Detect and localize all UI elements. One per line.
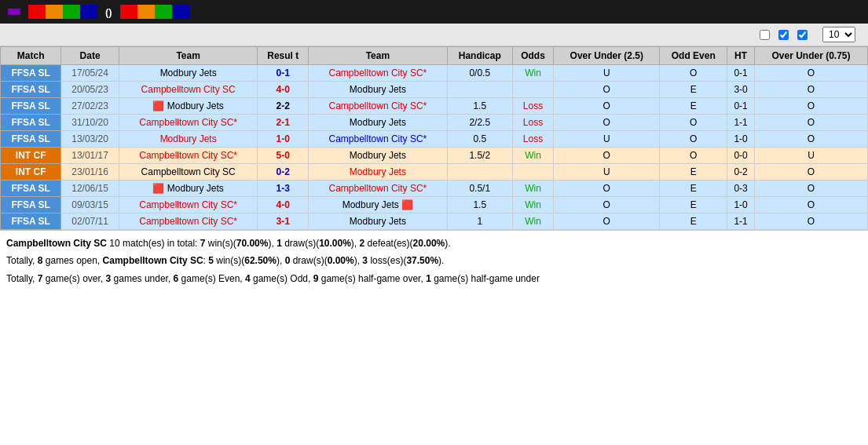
table-cell: Campbelltown City SC* <box>119 197 258 213</box>
table-cell: 3-0 <box>727 82 755 98</box>
table-cell: Campbelltown City SC <box>119 82 258 98</box>
table-cell: Campbelltown City SC* <box>309 65 448 82</box>
header-title <box>8 9 20 15</box>
table-cell: 13/01/17 <box>61 148 119 164</box>
table-row: INT CF23/01/16Campbelltown City SC0-2Mod… <box>1 164 868 181</box>
table-cell: Win <box>512 181 553 197</box>
table-body: FFSA SL17/05/24Modbury Jets0-1Campbellto… <box>1 65 868 230</box>
table-cell: E <box>660 164 727 181</box>
match-badge: FFSA SL <box>1 213 61 230</box>
table-cell: 1-0 <box>258 131 309 148</box>
table-cell: Modbury Jets <box>309 213 448 230</box>
table-cell: 23/01/16 <box>61 164 119 181</box>
table-cell: Loss <box>512 115 553 131</box>
table-cell: 1 <box>447 213 512 230</box>
table-cell: 🟥 Modbury Jets <box>119 98 258 115</box>
match-badge: FFSA SL <box>1 115 61 131</box>
col-ht: HT <box>727 47 755 65</box>
table-cell: 0-1 <box>258 65 309 82</box>
table-header-row: Match Date Team Resul t Team Handicap Od… <box>1 47 868 65</box>
color-2 <box>46 5 63 19</box>
table-cell: U <box>754 148 867 164</box>
table-row: FFSA SL12/06/15🟥 Modbury Jets1-3Campbell… <box>1 181 868 197</box>
ffsa-sl-checkbox[interactable] <box>797 30 810 40</box>
table-cell: 0-0 <box>727 148 755 164</box>
home-ground-input[interactable] <box>760 30 770 40</box>
color-8 <box>172 5 189 19</box>
table-cell: 1-1 <box>727 213 755 230</box>
color-1 <box>28 5 46 19</box>
match-badge: INT CF <box>1 148 61 164</box>
table-cell: 4-0 <box>258 82 309 98</box>
color-strip-1 <box>28 5 97 19</box>
table-cell: E <box>660 213 727 230</box>
table-cell: Campbelltown City SC* <box>119 115 258 131</box>
table-cell: O <box>754 65 867 82</box>
color-3 <box>63 5 80 19</box>
table-cell: E <box>660 181 727 197</box>
table-cell <box>447 82 512 98</box>
table-cell: 20/05/23 <box>61 82 119 98</box>
last-select[interactable]: 10 5 15 20 All <box>822 27 855 42</box>
table-cell: 31/10/20 <box>61 115 119 131</box>
table-cell <box>512 164 553 181</box>
table-cell: 2-1 <box>258 115 309 131</box>
int-cf-checkbox[interactable] <box>778 30 791 40</box>
table-cell: 1.5/2 <box>447 148 512 164</box>
table-cell: O <box>660 131 727 148</box>
table-cell: O <box>660 115 727 131</box>
controls-bar: 10 5 15 20 All <box>0 24 868 46</box>
table-cell: Campbelltown City SC* <box>119 148 258 164</box>
home-ground-checkbox[interactable] <box>760 30 772 40</box>
table-cell: 0-2 <box>727 164 755 181</box>
color-strip-2 <box>120 5 189 19</box>
table-cell: 2-2 <box>258 98 309 115</box>
summary-line1: Campbelltown City SC 10 match(es) in tot… <box>6 235 862 251</box>
table-row: FFSA SL02/07/11Campbelltown City SC*3-1M… <box>1 213 868 230</box>
table-cell: 1.5 <box>447 197 512 213</box>
table-cell: 09/03/15 <box>61 197 119 213</box>
table-cell: 0-1 <box>727 98 755 115</box>
col-result: Resul t <box>258 47 309 65</box>
header-bar: () <box>0 0 868 24</box>
table-cell: Modbury Jets <box>119 131 258 148</box>
ffsa-sl-input[interactable] <box>797 30 808 40</box>
table-cell: 27/02/23 <box>61 98 119 115</box>
table-cell: Win <box>512 213 553 230</box>
table-cell: O <box>754 197 867 213</box>
table-cell: Modbury Jets <box>119 65 258 82</box>
table-cell: Loss <box>512 131 553 148</box>
table-cell <box>447 164 512 181</box>
table-cell: 0/0.5 <box>447 65 512 82</box>
col-odd-even: Odd Even <box>660 47 727 65</box>
match-badge: FFSA SL <box>1 82 61 98</box>
table-cell: Campbelltown City SC* <box>309 98 448 115</box>
match-badge: FFSA SL <box>1 65 61 82</box>
int-cf-input[interactable] <box>778 30 789 40</box>
table-cell: O <box>660 148 727 164</box>
col-date: Date <box>61 47 119 65</box>
match-title: () <box>105 6 112 18</box>
table-cell: 02/07/11 <box>61 213 119 230</box>
table-cell: E <box>660 197 727 213</box>
table-cell: 0-3 <box>727 181 755 197</box>
table-cell: 2/2.5 <box>447 115 512 131</box>
table-cell: U <box>554 131 660 148</box>
table-cell: U <box>554 65 660 82</box>
table-cell: O <box>554 213 660 230</box>
col-team1: Team <box>119 47 258 65</box>
table-row: FFSA SL27/02/23🟥 Modbury Jets2-2Campbell… <box>1 98 868 115</box>
table-cell: 17/05/24 <box>61 65 119 82</box>
match-badge: INT CF <box>1 164 61 181</box>
table-cell: 🟥 Modbury Jets <box>119 181 258 197</box>
table-cell: 1-0 <box>727 197 755 213</box>
table-cell: 0.5 <box>447 131 512 148</box>
col-handicap: Handicap <box>447 47 512 65</box>
matches-table: Match Date Team Resul t Team Handicap Od… <box>0 46 868 230</box>
table-cell: Modbury Jets <box>309 164 448 181</box>
table-cell: O <box>554 197 660 213</box>
summary-section: Campbelltown City SC 10 match(es) in tot… <box>0 230 868 293</box>
table-cell: 1-3 <box>258 181 309 197</box>
table-cell: O <box>554 148 660 164</box>
table-cell: Modbury Jets <box>309 148 448 164</box>
